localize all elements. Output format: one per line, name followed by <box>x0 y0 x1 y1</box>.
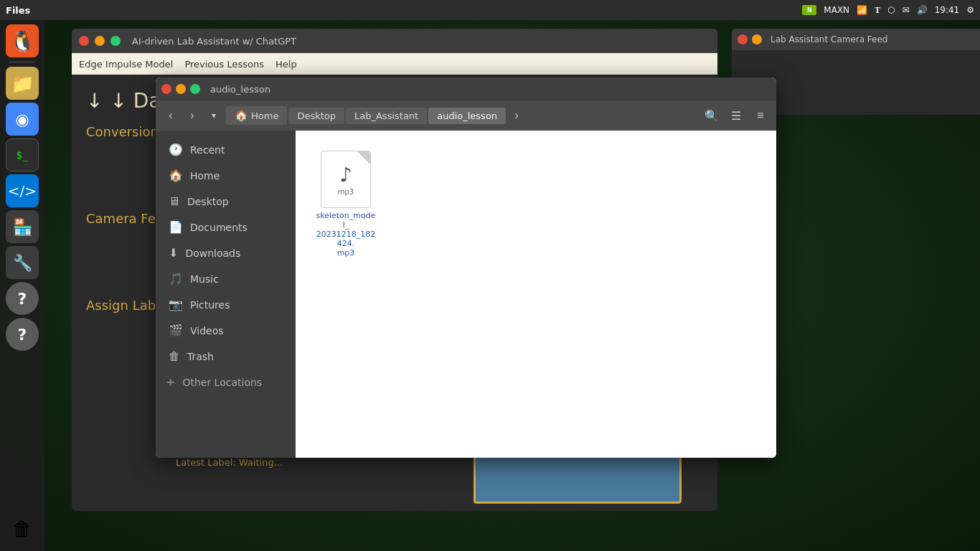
help-icon: ? <box>18 290 27 308</box>
breadcrumb-audio-label: audio_lesson <box>437 110 497 121</box>
sidebar-trash-label: Trash <box>187 351 214 362</box>
bg-window-menubar: Edge Impulse Model Previous Lessons Help <box>72 53 717 75</box>
fm-toolbar-right: 🔍 ☰ ≡ <box>702 105 771 126</box>
taskbar-right: N MAXN 📶 T ⬡ ✉ 🔊 19:41 ⚙ <box>802 5 974 16</box>
clock: 19:41 <box>935 5 960 15</box>
sidebar-other-label: Other Locations <box>182 377 262 388</box>
fm-forward-btn[interactable]: › <box>183 106 202 125</box>
dock-icon-tools[interactable]: 🔧 <box>6 246 39 279</box>
mp3-type-label: mp3 <box>338 188 354 196</box>
bg-window-title: AI-driven Lab Assistant w/ ChatGPT <box>132 36 296 47</box>
documents-icon: 📄 <box>169 220 183 234</box>
down-arrow-icon: ↓ <box>86 89 103 113</box>
apps-icon: 🏪 <box>13 218 32 236</box>
fm-title: audio_lesson <box>210 84 270 95</box>
pictures-icon: 📷 <box>169 298 183 311</box>
files-label: Files <box>6 5 30 16</box>
desktop-icon: 🖥 <box>169 194 180 208</box>
sidebar-documents-label: Documents <box>190 222 248 233</box>
file-item-mp3[interactable]: ♪ mp3 skeleton_model_20231218_182424.mp3 <box>310 145 382 263</box>
bg-window-min-btn[interactable] <box>95 36 105 46</box>
wifi-icon: 📶 <box>857 5 867 15</box>
fm-search-btn[interactable]: 🔍 <box>702 105 722 126</box>
dock-icon-apps[interactable]: 🏪 <box>6 210 39 243</box>
breadcrumb-lab-assistant[interactable]: Lab_Assistant <box>346 108 427 124</box>
settings-icon: ⚙ <box>966 5 974 15</box>
sidebar-item-downloads[interactable]: ⬇ Downloads <box>159 240 293 265</box>
camera-window-title: Lab Assistant Camera Feed <box>771 34 888 44</box>
dock-icon-files[interactable]: 📁 <box>6 67 39 100</box>
dock-icon-vscode[interactable]: </> <box>6 174 39 207</box>
menu-previous-lessons[interactable]: Previous Lessons <box>184 59 264 70</box>
fm-view-btn[interactable]: ☰ <box>726 105 746 126</box>
nvidia-icon: N <box>802 5 816 15</box>
breadcrumb-lab-label: Lab_Assistant <box>354 110 418 121</box>
breadcrumb-home[interactable]: 🏠 Home <box>226 106 287 125</box>
home-icon: 🏠 <box>235 109 248 122</box>
camera-window-min-btn[interactable] <box>752 34 762 44</box>
sidebar-item-recent[interactable]: 🕐 Recent <box>159 137 293 162</box>
files-icon: 📁 <box>11 72 34 94</box>
breadcrumb-bar: 🏠 Home Desktop Lab_Assistant audio_lesso… <box>226 106 699 125</box>
dock-icon-trash[interactable]: 🗑 <box>6 512 39 545</box>
breadcrumb-home-label: Home <box>251 110 278 121</box>
bg-window-close-btn[interactable] <box>79 36 89 46</box>
terminal-icon: $_ <box>17 149 29 161</box>
dock-icon-help[interactable]: ? <box>6 282 39 315</box>
sidebar-item-pictures[interactable]: 📷 Pictures <box>159 292 293 317</box>
sidebar-item-documents[interactable]: 📄 Documents <box>159 215 293 240</box>
camera-window-close-btn[interactable] <box>738 34 748 44</box>
sidebar-item-videos[interactable]: 🎬 Videos <box>159 318 293 343</box>
font-icon: T <box>875 5 880 16</box>
help2-icon: ? <box>18 326 27 344</box>
volume-icon: 🔊 <box>917 5 928 15</box>
videos-icon: 🎬 <box>169 324 183 337</box>
recent-icon: 🕐 <box>169 143 183 156</box>
menu-help[interactable]: Help <box>275 59 297 70</box>
trash-sidebar-icon: 🗑 <box>169 349 180 363</box>
bg-window-max-btn[interactable] <box>110 36 121 46</box>
sidebar-item-other-locations[interactable]: + Other Locations <box>156 369 296 395</box>
main-area: AI-driven Lab Assistant w/ ChatGPT Edge … <box>44 20 980 551</box>
mp3-file-icon: ♪ mp3 <box>321 151 371 208</box>
fm-files-area: ♪ mp3 skeleton_model_20231218_182424.mp3 <box>296 131 776 458</box>
sidebar-item-desktop[interactable]: 🖥 Desktop <box>159 189 293 214</box>
trash-icon: 🗑 <box>12 517 32 541</box>
fm-close-btn[interactable] <box>161 84 171 94</box>
taskbar-left: Files <box>6 5 30 16</box>
sidebar-music-label: Music <box>190 273 219 285</box>
ubuntu-icon: 🐧 <box>10 29 35 53</box>
downloads-icon: ⬇ <box>169 246 178 260</box>
fm-min-btn[interactable] <box>176 84 186 94</box>
breadcrumb-more-btn[interactable]: › <box>507 106 526 125</box>
fm-menu-btn[interactable]: ≡ <box>750 105 771 126</box>
dock-icon-terminal[interactable]: $_ <box>6 138 39 171</box>
dock-icon-ubuntu[interactable]: 🐧 <box>6 24 39 57</box>
sidebar-item-home[interactable]: 🏠 Home <box>159 163 293 188</box>
fm-navbar: ‹ › ▾ 🏠 Home Desktop Lab_Assistant audio… <box>156 100 776 131</box>
mail-icon: ✉ <box>903 5 910 15</box>
sidebar-item-trash[interactable]: 🗑 Trash <box>159 344 293 369</box>
breadcrumb-audio-lesson[interactable]: audio_lesson <box>428 108 506 124</box>
dock-icon-help2[interactable]: ? <box>6 318 39 351</box>
fm-titlebar: audio_lesson <box>156 77 776 100</box>
breadcrumb-desktop[interactable]: Desktop <box>288 108 344 124</box>
menu-edge-impulse[interactable]: Edge Impulse Model <box>79 59 173 70</box>
fm-up-btn[interactable]: ▾ <box>204 106 223 125</box>
bg-window-titlebar: AI-driven Lab Assistant w/ ChatGPT <box>72 29 717 53</box>
fm-back-btn[interactable]: ‹ <box>161 106 180 125</box>
latest-label: Latest Label: Waiting... <box>176 457 283 468</box>
sidebar-desktop-label: Desktop <box>187 196 229 207</box>
fm-max-btn[interactable] <box>190 84 200 94</box>
taskbar: Files N MAXN 📶 T ⬡ ✉ 🔊 19:41 ⚙ <box>0 0 980 20</box>
breadcrumb-desktop-label: Desktop <box>297 110 336 121</box>
bluetooth-icon: ⬡ <box>887 5 895 15</box>
dock: 🐧 📁 ◉ $_ </> 🏪 🔧 ? ? 🗑 <box>0 20 44 551</box>
sidebar-item-music[interactable]: 🎵 Music <box>159 266 293 291</box>
file-manager-window: audio_lesson ‹ › ▾ 🏠 Home Desktop Lab_As… <box>156 77 776 458</box>
music-icon: 🎵 <box>169 272 183 286</box>
dock-icon-chromium[interactable]: ◉ <box>6 103 39 136</box>
sidebar-downloads-label: Downloads <box>185 248 240 259</box>
camera-window-titlebar: Lab Assistant Camera Feed <box>732 29 980 50</box>
music-note-icon: ♪ <box>339 163 352 187</box>
